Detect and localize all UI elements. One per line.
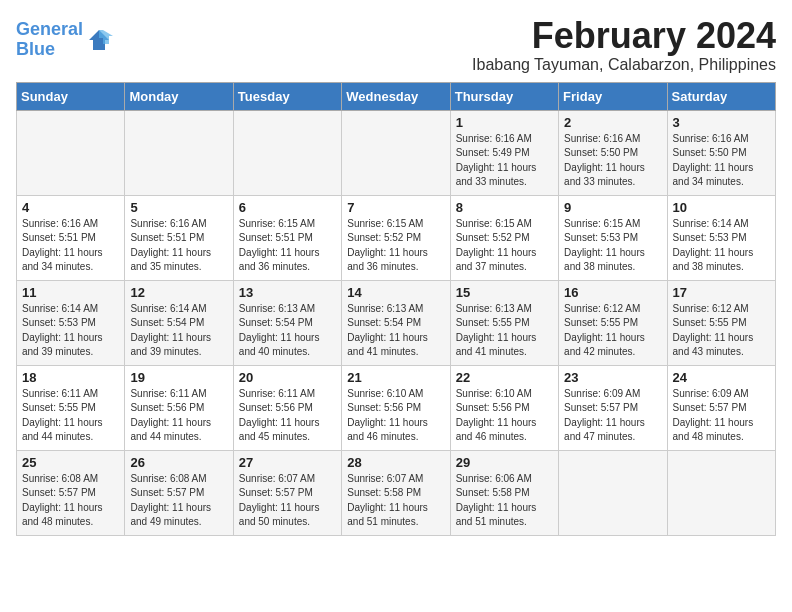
calendar-cell: 11Sunrise: 6:14 AM Sunset: 5:53 PM Dayli… — [17, 280, 125, 365]
calendar-cell: 9Sunrise: 6:15 AM Sunset: 5:53 PM Daylig… — [559, 195, 667, 280]
calendar-week-4: 18Sunrise: 6:11 AM Sunset: 5:55 PM Dayli… — [17, 365, 776, 450]
calendar-cell: 10Sunrise: 6:14 AM Sunset: 5:53 PM Dayli… — [667, 195, 775, 280]
day-info: Sunrise: 6:12 AM Sunset: 5:55 PM Dayligh… — [564, 302, 661, 360]
calendar-cell: 26Sunrise: 6:08 AM Sunset: 5:57 PM Dayli… — [125, 450, 233, 535]
calendar-header-thursday: Thursday — [450, 82, 558, 110]
day-number: 12 — [130, 285, 227, 300]
day-info: Sunrise: 6:16 AM Sunset: 5:50 PM Dayligh… — [564, 132, 661, 190]
day-number: 17 — [673, 285, 770, 300]
day-info: Sunrise: 6:11 AM Sunset: 5:55 PM Dayligh… — [22, 387, 119, 445]
calendar-cell: 29Sunrise: 6:06 AM Sunset: 5:58 PM Dayli… — [450, 450, 558, 535]
day-info: Sunrise: 6:09 AM Sunset: 5:57 PM Dayligh… — [673, 387, 770, 445]
calendar-cell: 5Sunrise: 6:16 AM Sunset: 5:51 PM Daylig… — [125, 195, 233, 280]
calendar-cell: 27Sunrise: 6:07 AM Sunset: 5:57 PM Dayli… — [233, 450, 341, 535]
day-number: 2 — [564, 115, 661, 130]
day-info: Sunrise: 6:13 AM Sunset: 5:55 PM Dayligh… — [456, 302, 553, 360]
calendar-cell: 17Sunrise: 6:12 AM Sunset: 5:55 PM Dayli… — [667, 280, 775, 365]
calendar-cell — [233, 110, 341, 195]
day-number: 23 — [564, 370, 661, 385]
day-info: Sunrise: 6:15 AM Sunset: 5:52 PM Dayligh… — [456, 217, 553, 275]
calendar-cell — [667, 450, 775, 535]
day-info: Sunrise: 6:13 AM Sunset: 5:54 PM Dayligh… — [239, 302, 336, 360]
calendar-header-saturday: Saturday — [667, 82, 775, 110]
day-info: Sunrise: 6:15 AM Sunset: 5:53 PM Dayligh… — [564, 217, 661, 275]
calendar-header-friday: Friday — [559, 82, 667, 110]
day-number: 18 — [22, 370, 119, 385]
day-info: Sunrise: 6:11 AM Sunset: 5:56 PM Dayligh… — [130, 387, 227, 445]
day-number: 29 — [456, 455, 553, 470]
day-info: Sunrise: 6:15 AM Sunset: 5:51 PM Dayligh… — [239, 217, 336, 275]
day-info: Sunrise: 6:15 AM Sunset: 5:52 PM Dayligh… — [347, 217, 444, 275]
day-number: 19 — [130, 370, 227, 385]
day-info: Sunrise: 6:08 AM Sunset: 5:57 PM Dayligh… — [130, 472, 227, 530]
calendar-cell: 18Sunrise: 6:11 AM Sunset: 5:55 PM Dayli… — [17, 365, 125, 450]
day-info: Sunrise: 6:07 AM Sunset: 5:58 PM Dayligh… — [347, 472, 444, 530]
day-info: Sunrise: 6:16 AM Sunset: 5:50 PM Dayligh… — [673, 132, 770, 190]
calendar-header-wednesday: Wednesday — [342, 82, 450, 110]
day-number: 28 — [347, 455, 444, 470]
calendar-week-3: 11Sunrise: 6:14 AM Sunset: 5:53 PM Dayli… — [17, 280, 776, 365]
calendar-cell: 25Sunrise: 6:08 AM Sunset: 5:57 PM Dayli… — [17, 450, 125, 535]
calendar-cell: 20Sunrise: 6:11 AM Sunset: 5:56 PM Dayli… — [233, 365, 341, 450]
day-info: Sunrise: 6:14 AM Sunset: 5:53 PM Dayligh… — [22, 302, 119, 360]
day-number: 5 — [130, 200, 227, 215]
day-info: Sunrise: 6:06 AM Sunset: 5:58 PM Dayligh… — [456, 472, 553, 530]
day-number: 22 — [456, 370, 553, 385]
day-info: Sunrise: 6:09 AM Sunset: 5:57 PM Dayligh… — [564, 387, 661, 445]
day-number: 21 — [347, 370, 444, 385]
calendar-cell — [17, 110, 125, 195]
calendar-cell: 14Sunrise: 6:13 AM Sunset: 5:54 PM Dayli… — [342, 280, 450, 365]
calendar-cell: 3Sunrise: 6:16 AM Sunset: 5:50 PM Daylig… — [667, 110, 775, 195]
day-number: 26 — [130, 455, 227, 470]
calendar-cell: 6Sunrise: 6:15 AM Sunset: 5:51 PM Daylig… — [233, 195, 341, 280]
day-info: Sunrise: 6:14 AM Sunset: 5:53 PM Dayligh… — [673, 217, 770, 275]
logo: General Blue — [16, 20, 113, 60]
calendar-cell: 21Sunrise: 6:10 AM Sunset: 5:56 PM Dayli… — [342, 365, 450, 450]
calendar-cell — [342, 110, 450, 195]
calendar-cell: 24Sunrise: 6:09 AM Sunset: 5:57 PM Dayli… — [667, 365, 775, 450]
calendar-cell: 28Sunrise: 6:07 AM Sunset: 5:58 PM Dayli… — [342, 450, 450, 535]
logo-text: General Blue — [16, 20, 83, 60]
calendar-week-5: 25Sunrise: 6:08 AM Sunset: 5:57 PM Dayli… — [17, 450, 776, 535]
day-number: 11 — [22, 285, 119, 300]
day-number: 24 — [673, 370, 770, 385]
calendar-cell: 22Sunrise: 6:10 AM Sunset: 5:56 PM Dayli… — [450, 365, 558, 450]
calendar-table: SundayMondayTuesdayWednesdayThursdayFrid… — [16, 82, 776, 536]
page-subtitle: Ibabang Tayuman, Calabarzon, Philippines — [472, 56, 776, 74]
day-info: Sunrise: 6:16 AM Sunset: 5:51 PM Dayligh… — [22, 217, 119, 275]
title-block: February 2024 Ibabang Tayuman, Calabarzo… — [472, 16, 776, 74]
page-title: February 2024 — [472, 16, 776, 56]
calendar-header-sunday: Sunday — [17, 82, 125, 110]
calendar-cell — [125, 110, 233, 195]
calendar-cell: 19Sunrise: 6:11 AM Sunset: 5:56 PM Dayli… — [125, 365, 233, 450]
day-number: 20 — [239, 370, 336, 385]
calendar-cell: 1Sunrise: 6:16 AM Sunset: 5:49 PM Daylig… — [450, 110, 558, 195]
day-number: 4 — [22, 200, 119, 215]
calendar-cell: 4Sunrise: 6:16 AM Sunset: 5:51 PM Daylig… — [17, 195, 125, 280]
day-number: 27 — [239, 455, 336, 470]
day-number: 7 — [347, 200, 444, 215]
calendar-cell: 2Sunrise: 6:16 AM Sunset: 5:50 PM Daylig… — [559, 110, 667, 195]
day-info: Sunrise: 6:16 AM Sunset: 5:49 PM Dayligh… — [456, 132, 553, 190]
calendar-header-row: SundayMondayTuesdayWednesdayThursdayFrid… — [17, 82, 776, 110]
calendar-cell: 13Sunrise: 6:13 AM Sunset: 5:54 PM Dayli… — [233, 280, 341, 365]
calendar-cell — [559, 450, 667, 535]
calendar-cell: 23Sunrise: 6:09 AM Sunset: 5:57 PM Dayli… — [559, 365, 667, 450]
logo-icon — [85, 26, 113, 54]
calendar-cell: 15Sunrise: 6:13 AM Sunset: 5:55 PM Dayli… — [450, 280, 558, 365]
day-info: Sunrise: 6:08 AM Sunset: 5:57 PM Dayligh… — [22, 472, 119, 530]
day-info: Sunrise: 6:12 AM Sunset: 5:55 PM Dayligh… — [673, 302, 770, 360]
calendar-cell: 8Sunrise: 6:15 AM Sunset: 5:52 PM Daylig… — [450, 195, 558, 280]
day-number: 25 — [22, 455, 119, 470]
day-info: Sunrise: 6:13 AM Sunset: 5:54 PM Dayligh… — [347, 302, 444, 360]
day-number: 16 — [564, 285, 661, 300]
day-number: 8 — [456, 200, 553, 215]
day-number: 3 — [673, 115, 770, 130]
page-header: General Blue February 2024 Ibabang Tayum… — [16, 16, 776, 74]
day-number: 6 — [239, 200, 336, 215]
day-number: 13 — [239, 285, 336, 300]
day-number: 10 — [673, 200, 770, 215]
day-number: 14 — [347, 285, 444, 300]
calendar-cell: 7Sunrise: 6:15 AM Sunset: 5:52 PM Daylig… — [342, 195, 450, 280]
day-info: Sunrise: 6:10 AM Sunset: 5:56 PM Dayligh… — [347, 387, 444, 445]
